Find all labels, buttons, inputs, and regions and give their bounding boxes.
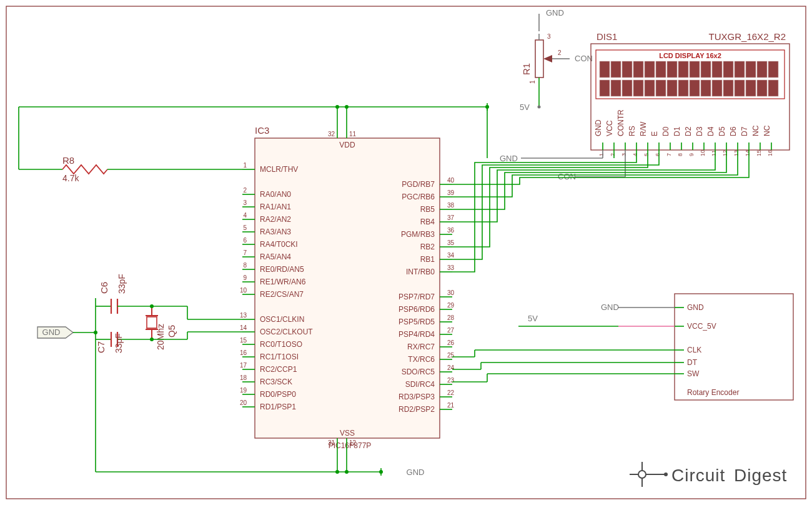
lcd-cell <box>656 80 666 96</box>
lcd-pin-num-5: 6 <box>655 153 661 156</box>
mcu-r-num-30: 30 <box>447 289 455 296</box>
lcd-cell <box>667 61 677 78</box>
mcu-r-num-37: 37 <box>447 214 455 221</box>
enc-5v: 5V <box>528 314 538 323</box>
mcu-r-lab-38: RB5 <box>420 205 435 214</box>
lcd-pin-num-15: 16 <box>767 150 773 156</box>
c6-val: 33pF <box>117 274 127 294</box>
lcd-cell <box>690 80 700 96</box>
lcd-pin-num-14: 15 <box>756 150 762 156</box>
mcu-l-lab-14: OSC2/CLKOUT <box>260 328 313 336</box>
potentiometer-r1: GND CON R1 3 2 1 <box>521 8 593 109</box>
mcu-r-lab-40: PGD/RB7 <box>402 180 435 189</box>
enc-pin-2: CLK <box>687 346 701 354</box>
gnd-port: GND <box>37 327 73 338</box>
rb-bus-wires <box>452 150 749 272</box>
lcd-pin-name-2: CONTR <box>616 109 625 136</box>
lcd-pin-num-7: 8 <box>677 153 683 156</box>
lcd-cell <box>712 61 722 78</box>
mcu-r-num-36: 36 <box>447 227 455 234</box>
lcd-contr-net: CON <box>558 172 576 181</box>
lcd-cell <box>757 80 767 96</box>
enc-pin-0: GND <box>687 303 704 312</box>
mcu-l-num-13: 13 <box>240 312 247 319</box>
lcd-pin-num-10: 11 <box>711 150 717 156</box>
lcd-cell <box>746 61 756 78</box>
lcd-pin-num-11: 12 <box>722 150 728 156</box>
lcd-cell <box>768 80 778 96</box>
mcu-r-lab-39: PGC/RB6 <box>402 192 435 201</box>
mcu-r-lab-27: PSP4/RD4 <box>399 330 435 339</box>
lcd-pin-num-6: 7 <box>666 153 672 156</box>
enc-pin-1: VCC_5V <box>687 322 716 331</box>
schematic-canvas: IC3 VDD VSS PIC16F877P 32 11 31 12 1MCLR… <box>0 0 812 505</box>
mcu-l-lab-16: RC1/T1OSI <box>260 352 299 361</box>
mcu-r-num-29: 29 <box>447 302 455 309</box>
svg-point-78 <box>335 470 339 474</box>
lcd-cell <box>735 61 745 78</box>
lcd-pin-num-3: 4 <box>632 153 638 156</box>
rb-wire-4 <box>452 150 726 209</box>
lcd-pin-num-9: 10 <box>700 150 706 156</box>
lcd-pin-num-2: 3 <box>621 153 627 156</box>
c6-ref: C6 <box>99 282 109 294</box>
lcd-cell <box>678 61 688 78</box>
lcd-pin-name-14: NC <box>751 125 760 136</box>
lcd-cell <box>735 80 745 96</box>
mcu-l-lab-7: RA5/AN4 <box>260 252 291 261</box>
mcu-r-lab-25: TX/RC6 <box>408 355 435 364</box>
mcu-vss-label: VSS <box>340 429 355 438</box>
lcd-pin-name-15: NC <box>763 125 771 136</box>
r1-gnd: GND <box>546 8 564 18</box>
lcd-pin-num-8: 9 <box>688 153 695 156</box>
lcd-cell <box>622 80 632 96</box>
mcu-top-pin-1: 11 <box>349 131 357 138</box>
mcu-l-num-10: 10 <box>240 287 247 294</box>
brand-logo: Circuit Digest <box>630 462 787 487</box>
lcd-pin-num-4: 5 <box>643 153 650 156</box>
mcu-bot-pin-0: 31 <box>328 439 335 446</box>
mcu-r-lab-34: RB1 <box>420 255 435 264</box>
q5-val: 20Mhz <box>156 324 166 350</box>
mcu-ic3: IC3 VDD VSS PIC16F877P 32 11 31 12 <box>255 125 440 450</box>
svg-rect-82 <box>535 40 543 78</box>
brand-word-2: Digest <box>734 466 787 485</box>
mcu-l-num-8: 8 <box>243 262 247 269</box>
mcu-r-num-24: 24 <box>447 364 455 371</box>
lcd-cell <box>611 80 621 96</box>
mcu-l-num-19: 19 <box>240 387 247 394</box>
lcd-cell <box>633 80 643 96</box>
mcu-l-lab-15: RC0/T1OSO <box>260 340 302 349</box>
rotary-encoder: Rotary Encoder GNDVCC_5VCLKDTSW GND 5V <box>452 294 793 400</box>
q5-ref: Q5 <box>166 325 177 338</box>
mcu-l-lab-20: RD1/PSP1 <box>260 402 296 411</box>
mcu-l-lab-3: RA1/AN1 <box>260 202 291 211</box>
lcd-cell <box>633 61 643 78</box>
svg-point-131 <box>664 472 668 476</box>
lcd-cell <box>723 80 733 96</box>
enc-pin-4: SW <box>687 369 700 378</box>
mcu-r-lab-24: SDO/RC5 <box>402 368 435 376</box>
mcu-l-lab-13: OSC1/CLKIN <box>260 315 304 324</box>
lcd-pin-name-11: D5 <box>718 126 726 136</box>
lcd-pin-num-0: 1 <box>598 153 605 156</box>
mcu-r-lab-22: RD3/PSP3 <box>399 392 435 401</box>
mcu-r-num-35: 35 <box>447 239 455 246</box>
mcu-l-num-1: 1 <box>243 162 247 169</box>
mcu-l-num-17: 17 <box>240 362 247 369</box>
mcu-l-lab-4: RA2/AN2 <box>260 215 291 224</box>
c7-val: 33pF <box>114 333 124 353</box>
svg-point-85 <box>538 106 541 109</box>
mcu-l-lab-19: RD0/PSP0 <box>260 390 296 399</box>
mcu-l-lab-9: RE1/WR/AN6 <box>260 278 306 286</box>
svg-point-68 <box>150 304 154 308</box>
encoder-title: Rotary Encoder <box>687 388 739 397</box>
lcd-cell <box>622 61 632 78</box>
lcd-pin-name-7: D1 <box>673 126 681 136</box>
mcu-r-lab-35: RB2 <box>420 242 435 251</box>
rb-wire-1 <box>452 150 659 259</box>
mcu-r-lab-21: RD2/PSP2 <box>399 405 435 414</box>
lcd-pin-name-9: D3 <box>695 126 704 136</box>
mcu-l-num-6: 6 <box>243 237 247 244</box>
lcd-cell <box>723 61 733 78</box>
